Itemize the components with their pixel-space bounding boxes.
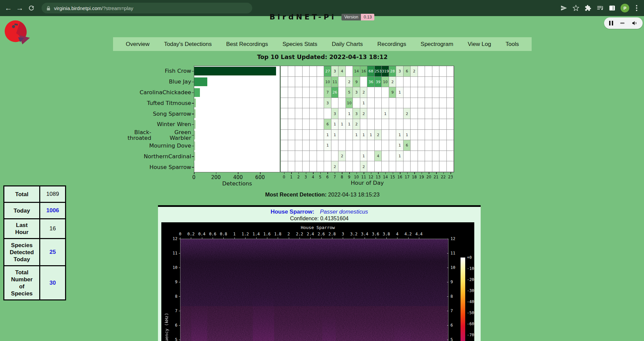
detections-bar — [194, 77, 207, 86]
stats-value[interactable]: 25 — [40, 239, 66, 266]
heatmap-cell — [317, 77, 324, 88]
stats-label: Today — [4, 203, 40, 219]
reload-glyph — [28, 5, 35, 11]
heatmap-cell — [281, 108, 288, 119]
browser-menu-icon[interactable] — [634, 4, 639, 12]
heatmap-cell — [447, 108, 454, 119]
heatmap-cell — [353, 161, 360, 172]
nav-item-species-stats[interactable]: Species Stats — [282, 41, 317, 48]
back-icon[interactable]: ← — [3, 2, 14, 14]
hour-label: 2 — [297, 175, 300, 179]
heatmap-cell — [353, 140, 360, 151]
time-tick — [267, 237, 267, 239]
pause-button[interactable] — [609, 21, 613, 25]
send-icon[interactable] — [560, 4, 568, 12]
hour-label: 14 — [383, 175, 388, 179]
spectrogram-noise — [180, 239, 448, 341]
heatmap-cell — [360, 140, 368, 151]
chart-title: Top 10 Last Updated: 2022-04-13 18:12 — [113, 54, 532, 60]
stats-value[interactable]: 1006 — [40, 203, 66, 219]
heatmap-cell — [411, 119, 418, 130]
heatmap-cell — [382, 98, 389, 109]
heatmap-cell — [303, 66, 310, 77]
seek-dash[interactable] — [620, 22, 625, 24]
heatmap-cell: 39 — [375, 77, 382, 88]
time-tick — [234, 237, 235, 239]
media-controls-icon[interactable] — [596, 4, 604, 12]
hour-tick — [364, 172, 364, 174]
heatmap-cell — [375, 87, 382, 98]
heatmap-cell: 1 — [396, 87, 404, 98]
heatmap-cell — [389, 140, 396, 151]
extensions-icon[interactable] — [584, 4, 592, 12]
heatmap-cell — [295, 119, 303, 130]
freq-tick — [447, 282, 448, 282]
bookmark-star-icon[interactable] — [572, 4, 580, 12]
heatmap-cell — [317, 108, 324, 119]
side-panel-icon[interactable] — [608, 4, 616, 12]
bar-tick-label: 200 — [211, 174, 221, 180]
nav-item-tools[interactable]: Tools — [505, 41, 519, 48]
heatmap-cell: 11 — [331, 77, 339, 88]
stats-value: 16 — [40, 219, 66, 239]
heatmap-cell — [389, 98, 396, 109]
reload-icon[interactable] — [25, 2, 37, 14]
heatmap-cell: 36 — [367, 77, 375, 88]
heatmap-cell — [288, 66, 296, 77]
hour-label: 8 — [341, 175, 343, 179]
detections-bar — [194, 99, 196, 107]
nav-item-daily-charts[interactable]: Daily Charts — [332, 41, 363, 48]
nav-item-recordings[interactable]: Recordings — [377, 41, 406, 48]
nav-item-view-log[interactable]: View Log — [468, 41, 491, 48]
heatmap-cell — [367, 119, 375, 130]
species-label: Winter Wren — [111, 119, 191, 130]
colorbar-label: -50 — [467, 310, 474, 315]
nav-item-overview[interactable]: Overview — [126, 41, 150, 48]
heatmap-cell — [346, 151, 353, 162]
profile-avatar[interactable]: P — [621, 4, 629, 12]
time-tick-label: 1.4 — [253, 232, 260, 236]
hour-tick — [450, 172, 451, 174]
heatmap-cell — [432, 140, 440, 151]
heatmap-cell: 10 — [346, 98, 353, 109]
time-tick — [202, 237, 202, 239]
time-tick-label: 0.6 — [209, 232, 216, 236]
heatmap-cell — [310, 108, 317, 119]
hour-tick — [342, 172, 342, 174]
time-tick-label: 0.2 — [187, 232, 195, 236]
nav-item-spectrogram[interactable]: Spectrogram — [421, 41, 453, 48]
heatmap-cell: 10 — [324, 77, 331, 88]
audio-player[interactable] — [604, 17, 643, 29]
volume-icon[interactable] — [632, 20, 638, 26]
heatmap-cell — [389, 151, 396, 162]
stats-value[interactable]: 30 — [40, 266, 66, 300]
main-nav: OverviewToday's DetectionsBest Recording… — [113, 37, 532, 51]
heatmap-cell — [338, 140, 346, 151]
address-bar[interactable]: virginia.birdnetpi.com/?stream=play — [42, 3, 252, 13]
heatmap-cell — [411, 140, 418, 151]
heatmap-cell: 3 — [331, 66, 339, 77]
detections-bar — [194, 109, 196, 118]
nav-item-today-s-detections[interactable]: Today's Detections — [164, 41, 212, 48]
heatmap-cell: 3 — [396, 66, 404, 77]
hour-tick — [357, 172, 357, 174]
heatmap-cell — [367, 98, 375, 109]
birdnet-pi-page: ← → virginia.birdnetpi.com/?stream=play — [0, 0, 644, 341]
nav-item-best-recordings[interactable]: Best Recordings — [226, 41, 268, 48]
forward-icon[interactable]: → — [14, 2, 25, 14]
heatmap-cell — [425, 151, 432, 162]
heatmap-cell — [389, 108, 396, 119]
heatmap-cell: 2 — [353, 119, 360, 130]
heatmap-cell — [439, 119, 447, 130]
detection-common-name[interactable]: House Sparrow: — [271, 209, 314, 215]
time-tick-label: 2.6 — [318, 232, 325, 236]
heatmap-cell — [382, 119, 389, 130]
heatmap-cell — [382, 151, 389, 162]
heatmap-cell — [295, 108, 303, 119]
heatmap-cell — [338, 130, 346, 140]
colorbar-label: -60 — [467, 322, 474, 326]
stats-label: TotalNumberofSpecies — [4, 266, 40, 300]
heatmap-cell — [288, 98, 296, 109]
freq-tick — [179, 296, 180, 297]
freq-tick-label: 9 — [450, 280, 453, 284]
